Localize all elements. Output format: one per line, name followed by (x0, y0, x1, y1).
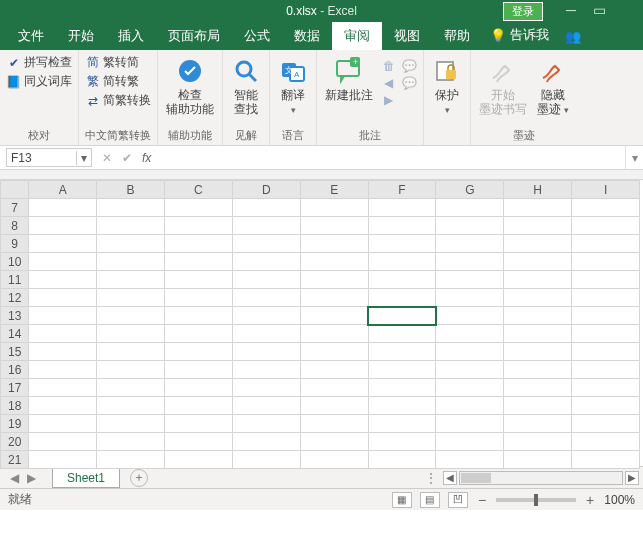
row-header[interactable]: 16 (1, 361, 29, 379)
cell[interactable] (165, 379, 233, 397)
cell[interactable] (300, 235, 368, 253)
expand-formula-bar[interactable]: ▾ (625, 146, 643, 169)
cell[interactable] (97, 361, 165, 379)
cell[interactable] (504, 271, 572, 289)
cell[interactable] (29, 379, 97, 397)
cell[interactable] (29, 199, 97, 217)
cell[interactable] (300, 289, 368, 307)
cell[interactable] (97, 199, 165, 217)
tab-insert[interactable]: 插入 (106, 22, 156, 50)
cell[interactable] (504, 415, 572, 433)
thesaurus-button[interactable]: 📘 同义词库 (6, 73, 72, 90)
normal-view-button[interactable]: ▦ (392, 492, 412, 508)
translate-button[interactable]: 文A 翻译▾ (276, 54, 310, 117)
restore-button[interactable]: ▭ (585, 2, 613, 18)
cell[interactable] (436, 253, 504, 271)
chevron-down-icon[interactable]: ▾ (76, 151, 87, 165)
cell[interactable] (232, 307, 300, 325)
fx-icon[interactable]: fх (142, 151, 151, 165)
cell[interactable] (165, 361, 233, 379)
name-box[interactable]: F13 ▾ (6, 148, 92, 167)
cell[interactable] (232, 361, 300, 379)
cell[interactable] (504, 235, 572, 253)
cell[interactable] (300, 217, 368, 235)
column-header[interactable]: A (29, 181, 97, 199)
scroll-track[interactable] (459, 471, 623, 485)
row-header[interactable]: 20 (1, 433, 29, 451)
column-header[interactable]: G (436, 181, 504, 199)
cell[interactable] (300, 379, 368, 397)
s2t-button[interactable]: 繁 简转繁 (85, 73, 151, 90)
show-comment-button[interactable]: 💬 (402, 58, 417, 73)
cell[interactable] (300, 343, 368, 361)
cell[interactable] (29, 253, 97, 271)
cell[interactable] (300, 433, 368, 451)
tab-review[interactable]: 审阅 (332, 22, 382, 50)
row-header[interactable]: 13 (1, 307, 29, 325)
scroll-left-button[interactable]: ◀ (443, 471, 457, 485)
tab-data[interactable]: 数据 (282, 22, 332, 50)
cell[interactable] (436, 343, 504, 361)
tab-layout[interactable]: 页面布局 (156, 22, 232, 50)
cell[interactable] (29, 235, 97, 253)
cell[interactable] (165, 397, 233, 415)
cell[interactable] (572, 361, 640, 379)
cell[interactable] (368, 253, 436, 271)
cell[interactable] (436, 307, 504, 325)
cell[interactable] (232, 289, 300, 307)
row-header[interactable]: 9 (1, 235, 29, 253)
row-header[interactable]: 12 (1, 289, 29, 307)
cell[interactable] (165, 289, 233, 307)
cell[interactable] (504, 361, 572, 379)
row-header[interactable]: 17 (1, 379, 29, 397)
cell[interactable] (97, 433, 165, 451)
tab-file[interactable]: 文件 (6, 22, 56, 50)
cell[interactable] (232, 415, 300, 433)
add-sheet-button[interactable]: ＋ (130, 469, 148, 487)
horizontal-scrollbar[interactable]: ◀ ▶ (443, 471, 643, 485)
cell[interactable] (368, 271, 436, 289)
cell[interactable] (436, 217, 504, 235)
zoom-in-button[interactable]: + (584, 492, 596, 508)
tab-view[interactable]: 视图 (382, 22, 432, 50)
cell[interactable] (504, 379, 572, 397)
next-comment-button[interactable]: ▶ (381, 92, 396, 107)
cell[interactable] (165, 235, 233, 253)
cell[interactable] (97, 451, 165, 469)
cell[interactable] (29, 217, 97, 235)
scroll-right-button[interactable]: ▶ (625, 471, 639, 485)
column-header[interactable]: C (165, 181, 233, 199)
cell[interactable] (436, 361, 504, 379)
cell[interactable] (368, 307, 436, 325)
accessibility-button[interactable]: 检查辅助功能 (164, 54, 216, 116)
t2s-button[interactable]: 简 繁转简 (85, 54, 151, 71)
cell[interactable] (97, 343, 165, 361)
login-button[interactable]: 登录 (503, 2, 543, 21)
cell[interactable] (572, 199, 640, 217)
formula-input[interactable] (161, 146, 625, 169)
cell[interactable] (232, 343, 300, 361)
cell[interactable] (504, 289, 572, 307)
cell[interactable] (436, 397, 504, 415)
zoom-out-button[interactable]: − (476, 492, 488, 508)
cell[interactable] (165, 343, 233, 361)
cell[interactable] (368, 217, 436, 235)
zoom-slider[interactable] (496, 498, 576, 502)
cell[interactable] (97, 307, 165, 325)
column-header[interactable]: D (232, 181, 300, 199)
row-header[interactable]: 8 (1, 217, 29, 235)
row-header[interactable]: 15 (1, 343, 29, 361)
cell[interactable] (232, 253, 300, 271)
cell[interactable] (368, 433, 436, 451)
sheet-nav-prev[interactable]: ◀ (10, 471, 19, 485)
cell[interactable] (97, 397, 165, 415)
cell[interactable] (436, 451, 504, 469)
cell[interactable] (436, 271, 504, 289)
cell[interactable] (29, 325, 97, 343)
cell[interactable] (97, 325, 165, 343)
column-header[interactable]: E (300, 181, 368, 199)
cell[interactable] (368, 325, 436, 343)
hide-ink-button[interactable]: 隐藏墨迹 ▾ (535, 54, 571, 117)
cell[interactable] (504, 217, 572, 235)
worksheet-grid[interactable]: ABCDEFGHI 789101112131415161718192021 (0, 180, 643, 466)
